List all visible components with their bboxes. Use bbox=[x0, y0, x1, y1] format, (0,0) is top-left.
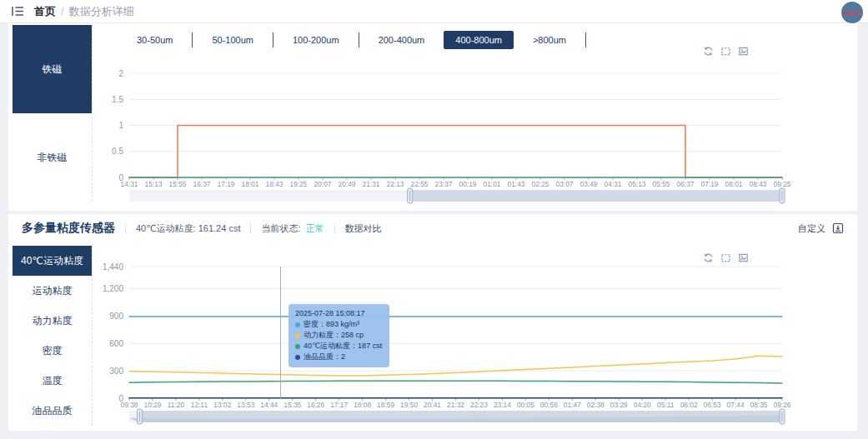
svg-text:08:43: 08:43 bbox=[750, 180, 767, 188]
svg-text:06:37: 06:37 bbox=[677, 180, 695, 188]
collapse-sidebar-icon[interactable] bbox=[12, 6, 24, 17]
series-dot bbox=[295, 355, 300, 360]
save-image-icon[interactable] bbox=[738, 46, 749, 57]
svg-text:17:19: 17:19 bbox=[218, 180, 235, 188]
svg-text:23:14: 23:14 bbox=[494, 401, 511, 409]
tooltip-crosshair-line bbox=[280, 267, 281, 398]
svg-text:03:49: 03:49 bbox=[580, 180, 598, 188]
svg-text:18:59: 18:59 bbox=[377, 401, 394, 409]
series-dot bbox=[295, 322, 300, 327]
svg-text:19:50: 19:50 bbox=[400, 401, 418, 409]
size-filter-group: 30-50um50-100um100-200um200-400um400-800… bbox=[125, 29, 586, 51]
size-filter-button[interactable]: 50-100um bbox=[200, 31, 265, 49]
tooltip-item: 40℃运动粘度：187 cst bbox=[295, 341, 382, 352]
header-divider bbox=[125, 223, 126, 234]
svg-text:05:13: 05:13 bbox=[629, 180, 646, 188]
svg-text:22:13: 22:13 bbox=[387, 180, 404, 188]
svg-text:21:32: 21:32 bbox=[447, 401, 464, 409]
svg-text:10:29: 10:29 bbox=[143, 401, 161, 409]
svg-text:600: 600 bbox=[109, 339, 123, 348]
button-separator bbox=[585, 32, 586, 47]
svg-text:13:53: 13:53 bbox=[237, 401, 254, 409]
data-compare-link[interactable]: 数据对比 bbox=[345, 222, 382, 235]
svg-text:20:41: 20:41 bbox=[424, 401, 441, 409]
svg-text:01:43: 01:43 bbox=[508, 180, 525, 188]
data-analysis-page: 首页 / 数据分析详细 inzec 铁磁非铁磁 30-50um50-100um1… bbox=[0, 0, 868, 439]
svg-text:18:08: 18:08 bbox=[354, 401, 371, 409]
status-badge: 正常 bbox=[306, 222, 324, 235]
customize-button[interactable]: 自定义 bbox=[798, 222, 825, 235]
svg-text:02:38: 02:38 bbox=[587, 401, 605, 409]
svg-text:09:25: 09:25 bbox=[774, 180, 791, 188]
breadcrumb-home-link[interactable]: 首页 bbox=[34, 4, 56, 19]
particle-trend-chart[interactable]: 00.511.5214:3115:1315:5516:3717:1918:011… bbox=[92, 58, 842, 208]
svg-text:15:13: 15:13 bbox=[145, 180, 163, 188]
svg-text:15:55: 15:55 bbox=[169, 180, 187, 188]
chart1-datazoom-slider[interactable] bbox=[129, 190, 782, 205]
sensor-tab-4[interactable]: 温度 bbox=[13, 366, 92, 396]
svg-text:18:43: 18:43 bbox=[266, 180, 283, 188]
svg-text:1,440: 1,440 bbox=[103, 262, 123, 272]
svg-text:19:25: 19:25 bbox=[290, 180, 308, 188]
marquee-zoom-icon[interactable] bbox=[720, 46, 731, 57]
viscosity-trend-chart[interactable]: 03006009001,2001,44009:3810:2911:2012:11… bbox=[92, 260, 842, 427]
svg-text:00:56: 00:56 bbox=[540, 401, 558, 409]
svg-text:08:35: 08:35 bbox=[750, 401, 768, 409]
sensor-header: 多参量粘度传感器 40℃运动粘度: 161.24 cst 当前状态: 正常 数据… bbox=[8, 214, 857, 242]
export-icon[interactable] bbox=[832, 222, 844, 234]
size-filter-button[interactable]: 100-200um bbox=[281, 31, 351, 49]
restore-icon[interactable] bbox=[703, 46, 714, 57]
button-separator bbox=[359, 32, 359, 47]
svg-text:2: 2 bbox=[118, 69, 123, 78]
svg-text:23:37: 23:37 bbox=[435, 180, 453, 188]
particle-tab-0[interactable]: 铁磁 bbox=[13, 25, 92, 113]
avatar[interactable]: inzec bbox=[841, 2, 863, 23]
sensor-tab-3[interactable]: 密度 bbox=[13, 336, 92, 366]
svg-text:1.5: 1.5 bbox=[112, 95, 123, 104]
svg-text:1,200: 1,200 bbox=[103, 284, 123, 293]
tooltip-item: 动力粘度：258 cp bbox=[295, 330, 382, 341]
svg-text:12:11: 12:11 bbox=[191, 401, 208, 409]
svg-text:09:26: 09:26 bbox=[774, 401, 791, 409]
svg-text:01:01: 01:01 bbox=[484, 180, 501, 188]
series-dot bbox=[295, 344, 300, 349]
svg-text:03:29: 03:29 bbox=[610, 401, 628, 409]
size-filter-button[interactable]: 200-400um bbox=[367, 31, 437, 49]
breadcrumb-current: 数据分析详细 bbox=[69, 4, 134, 19]
svg-text:21:31: 21:31 bbox=[363, 180, 380, 188]
chart-tooltip: 2025-07-28 15:08:17 密度：893 kg/m³ 动力粘度：25… bbox=[288, 304, 389, 367]
sensor-tab-5[interactable]: 油品品质 bbox=[13, 396, 92, 426]
svg-text:900: 900 bbox=[109, 312, 123, 321]
svg-text:300: 300 bbox=[109, 367, 123, 376]
series-dot bbox=[295, 333, 300, 338]
svg-text:03:07: 03:07 bbox=[556, 180, 574, 188]
avatar-logo-text: inzec bbox=[844, 10, 860, 16]
size-filter-button[interactable]: 400-800um bbox=[444, 31, 514, 49]
particle-tab-1[interactable]: 非铁磁 bbox=[13, 113, 92, 202]
sensor-tab-2[interactable]: 动力粘度 bbox=[13, 306, 92, 336]
svg-text:07:44: 07:44 bbox=[727, 401, 745, 409]
viscosity-sensor-card: 多参量粘度传感器 40℃运动粘度: 161.24 cst 当前状态: 正常 数据… bbox=[8, 214, 857, 431]
tooltip-datetime: 2025-07-28 15:08:17 bbox=[295, 308, 382, 319]
topbar: 首页 / 数据分析详细 inzec bbox=[0, 0, 868, 23]
svg-text:18:01: 18:01 bbox=[242, 180, 259, 188]
tooltip-item: 密度：893 kg/m³ bbox=[295, 319, 382, 330]
header-divider bbox=[334, 223, 335, 234]
svg-text:02:25: 02:25 bbox=[532, 180, 549, 188]
breadcrumb-separator: / bbox=[61, 5, 64, 17]
size-filter-button[interactable]: >800um bbox=[521, 31, 578, 49]
svg-text:05:11: 05:11 bbox=[657, 401, 675, 409]
header-divider bbox=[250, 223, 251, 234]
svg-text:00:19: 00:19 bbox=[459, 180, 477, 188]
chart2-datazoom-slider[interactable] bbox=[129, 411, 782, 426]
size-filter-button[interactable]: 30-50um bbox=[125, 31, 184, 49]
svg-text:13:02: 13:02 bbox=[213, 401, 231, 409]
sensor-tab-0[interactable]: 40℃运动粘度 bbox=[13, 246, 92, 276]
svg-text:05:55: 05:55 bbox=[653, 180, 670, 188]
svg-text:16:37: 16:37 bbox=[193, 180, 211, 188]
svg-text:14:44: 14:44 bbox=[260, 401, 278, 409]
svg-text:08:01: 08:01 bbox=[725, 180, 743, 188]
svg-text:1: 1 bbox=[118, 121, 123, 130]
svg-text:17:17: 17:17 bbox=[330, 401, 348, 409]
sensor-tab-1[interactable]: 运动粘度 bbox=[13, 276, 92, 306]
